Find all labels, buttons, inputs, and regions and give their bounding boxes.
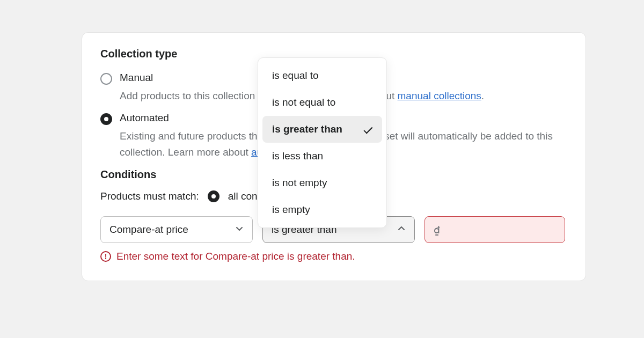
dropdown-option-is-empty[interactable]: is empty	[262, 196, 382, 223]
radio-label-manual[interactable]: Manual	[120, 72, 153, 84]
manual-desc-after: .	[481, 90, 484, 101]
dropdown-option-label: is not empty	[272, 177, 327, 189]
operator-dropdown: is equal to is not equal to is greater t…	[258, 57, 387, 228]
dropdown-option-label: is greater than	[272, 123, 342, 135]
error-row: ! Enter some text for Compare-at price i…	[100, 251, 567, 262]
rule-value-input[interactable]: ₫	[425, 216, 565, 243]
radio-automated[interactable]	[100, 113, 112, 125]
dropdown-option-label: is less than	[272, 150, 323, 162]
rule-value-placeholder: ₫	[434, 224, 440, 236]
rule-field-select[interactable]: Compare-at price	[100, 216, 253, 243]
radio-all-conditions[interactable]	[208, 190, 219, 202]
dropdown-option-is-not-empty[interactable]: is not empty	[262, 170, 382, 196]
dropdown-option-label: is equal to	[272, 70, 319, 82]
error-text: Enter some text for Compare-at price is …	[116, 251, 355, 262]
radio-manual[interactable]	[100, 73, 112, 85]
manual-collections-link[interactable]: manual collections	[398, 90, 481, 101]
chevron-down-icon	[235, 224, 244, 236]
dropdown-option-is-equal-to[interactable]: is equal to	[262, 62, 382, 89]
chevron-up-icon	[397, 224, 406, 236]
dropdown-option-label: is empty	[272, 204, 310, 216]
dropdown-option-is-less-than[interactable]: is less than	[262, 143, 382, 170]
check-icon	[364, 125, 373, 134]
match-label: Products must match:	[100, 190, 199, 202]
rule-field-value: Compare-at price	[109, 224, 188, 236]
dropdown-option-is-greater-than[interactable]: is greater than	[262, 116, 382, 143]
dropdown-option-label: is not equal to	[272, 97, 335, 108]
radio-label-automated[interactable]: Automated	[120, 112, 169, 124]
dropdown-option-is-not-equal-to[interactable]: is not equal to	[262, 89, 382, 116]
error-icon: !	[100, 251, 111, 262]
